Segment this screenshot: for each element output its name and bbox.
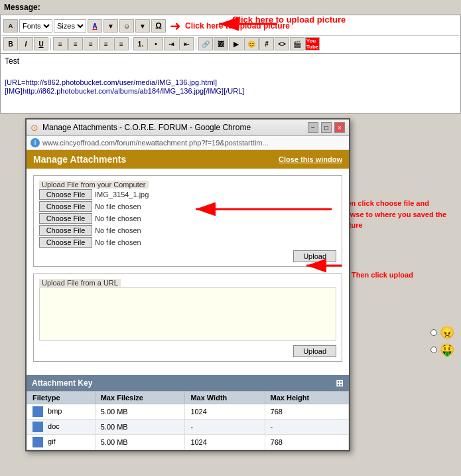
angry-emoji: 😠 — [440, 325, 454, 340]
file-name-3: No file chosen — [95, 226, 141, 234]
emoji-area: 😠 🤑 — [430, 325, 454, 357]
list-ol-btn[interactable]: 1. — [133, 37, 148, 50]
upload-computer-legend: Upload File from your Computer — [39, 181, 149, 189]
toolbar-row2: B I U ≡ ≡ ≡ ≡ ≡ 1. • ⇥ ⇤ 🔗 🖼 ▶ 😊 # <> 🎬 … — [2, 36, 459, 52]
close-window-link[interactable]: Close this window — [279, 155, 342, 163]
video-btn[interactable]: ▶ — [229, 37, 243, 50]
att-filetype: bmp — [27, 404, 96, 420]
modal-close-btn[interactable]: × — [334, 122, 345, 133]
table-row: gif 5.00 MB 1024 768 — [27, 435, 349, 450]
fonts-icon[interactable]: A — [3, 19, 18, 33]
smiley-arrow[interactable]: ▼ — [135, 19, 150, 33]
underline-btn[interactable]: U — [34, 37, 48, 50]
attachment-key-expand-icon[interactable]: ⊞ — [336, 378, 344, 388]
money-emoji: 🤑 — [440, 343, 454, 357]
font-color-arrow[interactable]: ▼ — [103, 19, 118, 33]
indent-btn[interactable]: ⇥ — [164, 37, 178, 50]
choose-file-btn-4[interactable]: Choose File — [39, 237, 92, 248]
col-filetype: Filetype — [27, 392, 96, 404]
upload-url-fieldset: Upload File from a URL Upload — [33, 274, 342, 362]
att-maxheight: 768 — [265, 435, 348, 450]
att-filetype: doc — [27, 420, 96, 435]
image-btn[interactable]: 🖼 — [214, 37, 228, 50]
modal-addressbar: i www.cincyoffroad.com/forum/newattachme… — [27, 136, 349, 150]
file-row-1: Choose File No file chosen — [39, 201, 336, 212]
modal-address: www.cincyoffroad.com/forum/newattachment… — [42, 139, 269, 147]
att-filesize: 5.00 MB — [95, 404, 185, 420]
align-justify-btn[interactable]: ≡ — [99, 37, 113, 50]
emoji-row-2: 🤑 — [430, 343, 454, 357]
smilies-btn[interactable]: 😊 — [244, 37, 259, 50]
file-row-0: Choose File IMG_3154_1.jpg — [39, 189, 336, 200]
file-name-1: No file chosen — [95, 202, 141, 210]
modal-minimize-btn[interactable]: − — [308, 122, 318, 133]
att-maxheight: - — [265, 420, 348, 435]
info-icon: i — [31, 138, 40, 147]
upload-url-legend: Upload File from a URL — [39, 279, 121, 287]
annotation-choose-file: Then click choose file and browse to whe… — [338, 198, 454, 231]
upload-arrow-icon: ➜ — [170, 18, 181, 34]
message-content[interactable]: Test [URL=http://s862.photobucket.com/us… — [0, 54, 461, 114]
modal-window: ⊙ Manage Attachments - C.O.R.E. FORUM - … — [25, 118, 350, 451]
url-upload-btn-row: Upload — [39, 345, 336, 357]
upload-computer-btn[interactable]: Upload — [293, 250, 336, 262]
modal-header-bar: Manage Attachments Close this window — [27, 150, 349, 169]
italic-btn[interactable]: I — [19, 37, 33, 50]
outdent-btn[interactable]: ⇤ — [179, 37, 194, 50]
toolbar-area: A Fonts Sizes A ▼ ☺ ▼ Ω ➜ Click here to … — [0, 15, 461, 54]
modal-controls: − □ × — [308, 122, 345, 133]
att-filetype: gif — [27, 435, 96, 450]
url-textarea[interactable] — [39, 287, 336, 341]
bold-btn[interactable]: B — [3, 37, 18, 50]
upload-url-btn[interactable]: Upload — [293, 345, 336, 357]
align-center-btn[interactable]: ≡ — [68, 37, 83, 50]
font-size-btn[interactable]: Ω — [151, 19, 166, 33]
hashtag-btn[interactable]: # — [259, 37, 274, 50]
choose-file-btn-3[interactable]: Choose File — [39, 225, 92, 236]
file-name-2: No file chosen — [95, 214, 141, 222]
modal-header-title: Manage Attachments — [33, 154, 126, 165]
code-btn[interactable]: <> — [275, 37, 289, 50]
toolbar-row1: A Fonts Sizes A ▼ ☺ ▼ Ω ➜ Click here to … — [2, 17, 459, 36]
file-name-4: No file chosen — [95, 238, 141, 246]
file-name-0: IMG_3154_1.jpg — [95, 191, 149, 198]
align-right-btn[interactable]: ≡ — [84, 37, 98, 50]
message-label: Message: — [0, 0, 461, 15]
attachment-key-section: Attachment Key ⊞ Filetype Max Filesize M… — [27, 375, 349, 450]
table-row: doc 5.00 MB - - — [27, 420, 349, 435]
attachment-key-table: Filetype Max Filesize Max Width Max Heig… — [27, 391, 349, 450]
table-row: bmp 5.00 MB 1024 768 — [27, 404, 349, 420]
col-maxheight: Max Height — [265, 392, 348, 404]
radio-dot-2[interactable] — [430, 347, 437, 353]
attachment-key-title: Attachment Key — [32, 378, 92, 388]
annotation-upload: Then click upload — [352, 271, 413, 279]
choose-file-btn-1[interactable]: Choose File — [39, 201, 92, 212]
att-maxheight: 768 — [265, 404, 348, 420]
att-filesize: 5.00 MB — [95, 420, 185, 435]
radio-dot-1[interactable] — [430, 329, 437, 336]
modal-maximize-btn[interactable]: □ — [321, 122, 332, 133]
list-ul-btn[interactable]: • — [149, 37, 163, 50]
col-maxsize: Max Filesize — [95, 392, 185, 404]
media-btn[interactable]: 🎬 — [290, 37, 304, 50]
modal-title: Manage Attachments - C.O.R.E. FORUM - Go… — [42, 123, 251, 132]
att-maxwidth: - — [185, 420, 265, 435]
fonts-select[interactable]: Fonts — [19, 19, 52, 33]
upload-btn-row: Upload — [39, 250, 336, 262]
font-color-btn[interactable]: A — [88, 19, 102, 33]
upload-computer-fieldset: Upload File from your Computer Choose Fi… — [33, 175, 342, 267]
align-left-btn[interactable]: ≡ — [53, 37, 68, 50]
youtube-btn[interactable]: YouTube — [305, 37, 320, 50]
align-5-btn[interactable]: ≡ — [114, 37, 129, 50]
modal-titlebar: ⊙ Manage Attachments - C.O.R.E. FORUM - … — [27, 119, 349, 136]
modal-inner: Upload File from your Computer Choose Fi… — [27, 169, 349, 375]
link-btn[interactable]: 🔗 — [198, 37, 213, 50]
choose-file-btn-0[interactable]: Choose File — [39, 189, 92, 200]
file-row-4: Choose File No file chosen — [39, 237, 336, 248]
smiley-btn[interactable]: ☺ — [119, 19, 134, 33]
file-row-3: Choose File No file chosen — [39, 225, 336, 236]
choose-file-btn-2[interactable]: Choose File — [39, 213, 92, 224]
sizes-select[interactable]: Sizes — [54, 19, 86, 33]
message-plain-text: Test — [5, 56, 456, 66]
modal-titlebar-left: ⊙ Manage Attachments - C.O.R.E. FORUM - … — [31, 122, 251, 133]
